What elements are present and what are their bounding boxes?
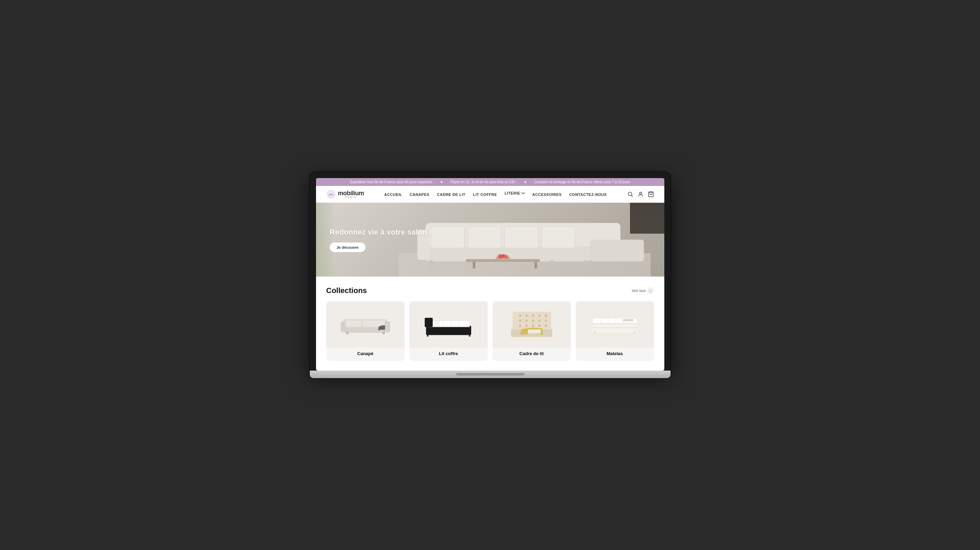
collection-card-canape[interactable]: Canapé [326,301,405,361]
svg-rect-43 [425,318,433,327]
canape-illustration [338,311,393,338]
svg-point-55 [538,319,540,322]
svg-point-54 [532,319,534,322]
svg-point-48 [525,314,528,316]
svg-rect-18 [584,260,588,265]
svg-point-59 [532,325,534,327]
svg-rect-31 [363,320,378,327]
svg-point-50 [538,314,540,316]
svg-point-61 [545,325,547,327]
hero-content: Redonnez vie à votre salon ! Je découvre [330,227,432,252]
nav-link-canapes[interactable]: CANAPES [410,192,430,197]
browser-window: Expédition hors Île-de-France sous 30 jo… [316,178,664,371]
banner-message-3: Livraison et montage en Île-de-France of… [535,180,630,184]
svg-rect-33 [346,331,348,334]
nav-item-canapes[interactable]: CANAPES [410,191,430,197]
hero-title: Redonnez vie à votre salon ! [330,227,432,237]
logo[interactable]: mobilium PARIS [326,189,364,199]
nav-item-contact[interactable]: CONTACTEZ-NOUS [569,191,607,197]
svg-point-1 [329,194,331,196]
collections-header: Collections Voir tout › [326,286,654,295]
banner-dot-1 [441,181,442,183]
literie-dropdown-icon [522,192,525,194]
svg-rect-78 [634,331,635,334]
collection-img-matelas [576,301,654,347]
svg-rect-77 [594,331,596,334]
collections-title: Collections [326,286,367,295]
svg-point-60 [538,325,540,327]
nav-link-accessoires[interactable]: ACCESSOIRES [533,192,562,197]
svg-rect-13 [504,226,538,248]
matelas-illustration [586,311,643,339]
collection-label-canape: Canapé [357,351,373,356]
banner-dot-2 [525,181,526,183]
logo-icon [326,189,336,199]
collection-img-cadrelit [493,301,571,347]
hero-section: Redonnez vie à votre salon ! Je découvre [316,203,664,277]
nav-link-accueil[interactable]: ACCUEIL [384,192,402,197]
svg-rect-71 [593,323,636,324]
cadrelit-illustration [504,309,559,340]
collection-card-litcoffre[interactable]: Lit coffre [409,301,488,361]
collection-label-cadrelit: Cadre de lit [519,351,544,356]
svg-rect-45 [469,334,470,337]
laptop-container: Expédition hors Île-de-France sous 30 jo… [310,172,670,378]
voir-tout-arrow-icon: › [647,287,654,294]
nav-link-cadrelit[interactable]: CADRE DE LIT [437,192,465,197]
nav-links: ACCUEIL CANAPES CADRE DE LIT LIT COFFRE … [371,191,620,197]
nav-link-literie[interactable]: LITERIE [504,191,525,195]
svg-point-25 [504,255,508,259]
account-icon[interactable] [638,191,644,197]
collection-img-litcoffre [409,301,488,347]
voir-tout-button[interactable]: Voir tout › [632,287,654,294]
svg-rect-17 [550,260,554,265]
banner-message-2: Payez en 2x, 3x et en 4x sans frais en C… [451,180,516,184]
svg-point-4 [640,192,642,194]
banner-message-1: Expédition hors Île-de-France sous 30 jo… [350,180,433,184]
hero-bookshelf [630,203,664,234]
svg-point-52 [519,319,521,322]
svg-point-51 [545,314,547,316]
svg-rect-9 [590,240,644,262]
nav-item-accueil[interactable]: ACCUEIL [384,191,402,197]
svg-rect-72 [593,327,636,328]
nav-item-litcoffre[interactable]: LIT COFFRE [473,191,497,197]
svg-rect-34 [382,331,384,334]
svg-rect-74 [623,319,633,321]
litcoffre-illustration [421,310,476,339]
collection-card-cadrelit[interactable]: Cadre de lit [493,301,571,361]
svg-rect-14 [542,226,575,248]
nav-item-literie[interactable]: LITERIE [504,191,525,197]
nav-link-contact[interactable]: CONTACTEZ-NOUS [569,192,607,197]
screen-bezel: Expédition hors Île-de-France sous 30 jo… [310,172,670,371]
navbar: mobilium PARIS ACCUEIL CANAPES CADRE DE … [316,186,664,203]
voir-tout-label: Voir tout [632,288,646,293]
svg-rect-15 [429,260,433,265]
svg-point-47 [519,314,521,316]
svg-rect-35 [426,326,471,335]
svg-rect-30 [345,320,361,327]
svg-rect-12 [468,226,501,248]
nav-item-cadrelit[interactable]: CADRE DE LIT [437,191,465,197]
svg-point-53 [525,319,528,322]
collection-label-matelas: Matelas [607,351,623,356]
nav-link-litcoffre[interactable]: LIT COFFRE [473,192,497,197]
svg-rect-63 [528,330,541,333]
nav-icons [627,191,654,197]
svg-line-3 [632,195,632,196]
svg-rect-21 [535,262,537,269]
collection-label-litcoffre: Lit coffre [439,351,458,356]
cart-icon[interactable] [648,191,654,197]
svg-point-49 [532,314,534,316]
nav-item-accessoires[interactable]: ACCESSOIRES [533,191,562,197]
svg-rect-44 [426,334,428,337]
collections-section: Collections Voir tout › [316,277,664,371]
svg-point-58 [525,325,528,327]
hero-cta-button[interactable]: Je découvre [330,243,366,252]
svg-rect-20 [473,262,476,269]
laptop-base [310,371,670,378]
svg-rect-11 [431,226,465,248]
search-icon[interactable] [627,191,633,197]
collection-card-matelas[interactable]: Matelas [576,301,654,361]
collection-img-canape [326,301,405,347]
